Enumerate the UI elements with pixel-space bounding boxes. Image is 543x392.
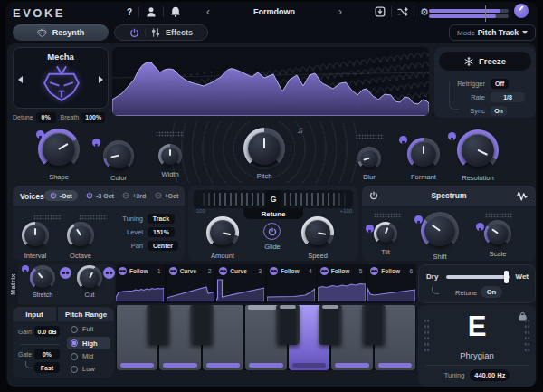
source-prev-arrow[interactable]: [18, 76, 23, 83]
range-option-mid[interactable]: Mid: [71, 352, 93, 360]
freeze-button[interactable]: Freeze: [439, 52, 531, 71]
radio-icon[interactable]: [71, 326, 78, 333]
mod-indicator[interactable]: [476, 223, 484, 231]
circle-minus-icon[interactable]: [155, 192, 162, 199]
master-volume-knob[interactable]: [514, 4, 529, 18]
master-tuning-value[interactable]: 440.00 Hz: [470, 369, 510, 381]
circle-minus-icon[interactable]: [122, 192, 129, 199]
modulator-cell[interactable]: Follow 1: [116, 264, 167, 303]
voice-tab-oct-up[interactable]: +Oct: [155, 192, 179, 199]
interval-knob[interactable]: Interval: [22, 222, 49, 260]
meter-marker[interactable]: [485, 5, 486, 22]
modulator-cell[interactable]: Follow 5: [318, 264, 368, 303]
key-g-sharp[interactable]: [319, 305, 342, 345]
modulator-cell[interactable]: Follow 6: [367, 264, 416, 303]
preset-prev-button[interactable]: ‹: [206, 5, 210, 18]
radio-icon[interactable]: [71, 366, 78, 373]
shift-knob[interactable]: Shift: [421, 212, 459, 261]
pitch-knob[interactable]: Pitch: [243, 128, 285, 180]
mod-indicator[interactable]: [448, 132, 456, 140]
key-c-sharp[interactable]: [147, 305, 170, 345]
randomize-icon[interactable]: [397, 6, 408, 17]
resolution-knob[interactable]: Resolution: [457, 129, 499, 182]
preset-next-button[interactable]: ›: [338, 5, 342, 18]
user-icon[interactable]: [146, 6, 157, 17]
cut-mod-button[interactable]: [103, 267, 115, 279]
modulator-menu-button[interactable]: [119, 267, 127, 275]
bell-icon[interactable]: [170, 6, 181, 17]
mod-indicator[interactable]: [92, 139, 100, 147]
settings-gear-icon[interactable]: ⚙: [420, 7, 429, 17]
voice-tab-3oct-down[interactable]: -3 Oct: [86, 192, 114, 199]
amount-knob[interactable]: Amount: [206, 216, 239, 260]
modulator-cell[interactable]: Curve 3: [216, 264, 267, 303]
radio-icon[interactable]: [71, 353, 78, 360]
scale-root-note[interactable]: E: [418, 311, 536, 343]
tilt-knob[interactable]: Tilt: [374, 222, 397, 256]
pan-value[interactable]: Center: [148, 241, 178, 251]
key-f-sharp[interactable]: [276, 305, 300, 345]
sync-value[interactable]: On: [491, 106, 507, 116]
level-value[interactable]: 151%: [148, 227, 175, 237]
modulator-cell[interactable]: Follow 4: [267, 264, 318, 303]
retune-ruler[interactable]: G: [194, 190, 353, 208]
modulator-menu-button[interactable]: [320, 267, 329, 275]
waveform-icon[interactable]: [515, 191, 529, 201]
breath-value[interactable]: 100%: [81, 112, 105, 123]
keyboard[interactable]: [116, 305, 416, 370]
range-option-low[interactable]: Low: [71, 365, 95, 373]
save-preset-icon[interactable]: [375, 6, 386, 17]
power-icon[interactable]: [129, 28, 139, 38]
mod-indicator[interactable]: [366, 225, 374, 233]
retrigger-value[interactable]: Off: [491, 79, 509, 89]
speed-knob[interactable]: Speed: [301, 216, 334, 260]
help-icon[interactable]: ?: [127, 7, 132, 17]
tuning-value[interactable]: Track: [148, 214, 175, 224]
modulator-menu-button[interactable]: [270, 267, 278, 275]
width-knob[interactable]: Width: [158, 144, 182, 178]
shape-knob[interactable]: Shape: [38, 129, 80, 181]
detune-value[interactable]: 0%: [36, 112, 56, 123]
gate-value[interactable]: 0%: [34, 349, 60, 359]
spectral-display[interactable]: [112, 47, 429, 116]
glide-power-button[interactable]: [263, 223, 281, 240]
mod-indicator[interactable]: [399, 136, 407, 144]
tab-effects[interactable]: Effects: [114, 24, 208, 41]
color-knob[interactable]: Color: [103, 140, 134, 182]
rate-value[interactable]: 1/8: [491, 92, 525, 102]
scale-knob[interactable]: Scale: [484, 220, 511, 258]
tab-resynth[interactable]: Resynth: [13, 24, 109, 41]
range-option-full[interactable]: Full: [71, 325, 93, 333]
key-d-sharp[interactable]: [190, 305, 214, 345]
formant-knob[interactable]: Formant: [407, 138, 440, 181]
dry-wet-slider[interactable]: [446, 275, 510, 279]
modulator-menu-button[interactable]: [370, 267, 378, 275]
scale-name[interactable]: Phrygian: [418, 350, 536, 360]
gain-value[interactable]: 0.0 dB: [34, 326, 60, 337]
power-icon[interactable]: [50, 192, 57, 199]
key-a-sharp[interactable]: [362, 305, 386, 345]
output-meter[interactable]: [429, 8, 509, 19]
modulator-menu-button[interactable]: [219, 267, 227, 275]
source-next-arrow[interactable]: [99, 76, 103, 83]
voice-tab-oct-down[interactable]: -Oct: [44, 190, 78, 201]
range-option-high[interactable]: High: [67, 337, 110, 349]
power-icon[interactable]: [86, 192, 93, 199]
radio-icon-selected[interactable]: [71, 339, 78, 347]
mix-retune-toggle[interactable]: On: [481, 286, 502, 298]
mod-indicator[interactable]: [22, 265, 29, 272]
matrix-tab[interactable]: Matrix: [7, 264, 18, 304]
stretch-mod-button[interactable]: [60, 267, 71, 279]
modulator-menu-button[interactable]: [169, 267, 177, 275]
dry-wet-handle[interactable]: [504, 271, 509, 283]
blur-knob[interactable]: Blur: [357, 147, 381, 181]
mode-dropdown[interactable]: Mode Pitch Track: [449, 24, 536, 41]
cut-knob[interactable]: Cut: [77, 265, 102, 298]
gate-mode-button[interactable]: Fast: [34, 362, 60, 373]
octave-knob[interactable]: Octave: [67, 222, 94, 260]
voice-tab-3rd-up[interactable]: +3rd: [122, 192, 146, 199]
preset-name[interactable]: Formdown: [253, 7, 295, 16]
modulator-cell[interactable]: Curve 2: [167, 264, 217, 303]
music-note-icon[interactable]: ♫: [297, 125, 304, 135]
stretch-knob[interactable]: Stretch: [30, 265, 55, 298]
